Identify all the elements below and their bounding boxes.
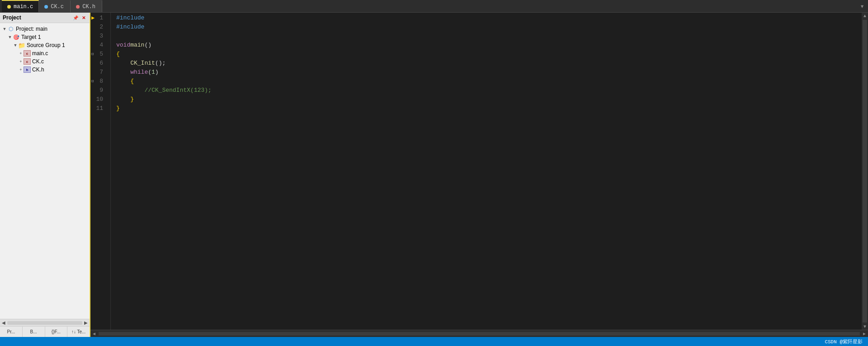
- tree-source-group-label: Source Group 1: [27, 42, 65, 48]
- gutter-line-8: ⊟8: [90, 77, 106, 86]
- hscroll-left-arrow[interactable]: ◀: [90, 330, 98, 337]
- code-lines[interactable]: #include #include void main(){ CK_Init()…: [111, 13, 862, 330]
- sidebar-bottom-tab-2[interactable]: {}F...: [45, 327, 68, 337]
- tree-project-label: Project: main: [16, 26, 47, 32]
- line-number-7: 7: [100, 68, 103, 77]
- tree-target-expand: ▼: [7, 34, 13, 40]
- hscroll-track[interactable]: [99, 332, 860, 336]
- brace: }: [130, 95, 134, 104]
- main-func: main: [130, 41, 144, 50]
- tree-target[interactable]: ▼🎯Target 1: [0, 33, 90, 41]
- vscroll-track[interactable]: [863, 20, 867, 322]
- tree-file-CKc-label: CK.c: [32, 58, 44, 65]
- tree-file-CKh-label: CK.h: [32, 66, 44, 73]
- tree-file-mainc[interactable]: +cmain.c: [0, 49, 90, 57]
- line-number-8: 8: [100, 77, 103, 86]
- code-line-10: }: [116, 95, 862, 104]
- tree-file-mainc-icon: c: [24, 50, 31, 57]
- tree-file-CKc-icon: c: [24, 58, 31, 65]
- tab-CKc[interactable]: CK.c: [39, 0, 71, 12]
- line-number-6: 6: [100, 59, 103, 68]
- tree-target-label: Target 1: [21, 34, 41, 40]
- hscroll-right-arrow[interactable]: ▶: [861, 330, 868, 337]
- status-text: CSDN @紫阡星影: [825, 338, 863, 345]
- gutter-line-11: 11: [90, 104, 106, 113]
- tree-project-icon: ⬡: [7, 26, 14, 32]
- main-layout: Project 📌 ✕ ▼⬡Project: main▼🎯Target 1▼📁S…: [0, 13, 868, 337]
- gutter-line-6: 6: [90, 59, 106, 68]
- tab-dot-CK.c: [44, 5, 48, 9]
- line-number-11: 11: [96, 104, 103, 113]
- tree-source-group-expand: ▼: [13, 43, 18, 48]
- line-number-1: 1: [100, 14, 103, 23]
- tab-dropdown-icon[interactable]: ▾: [860, 2, 868, 11]
- code-line-7: while(1): [116, 68, 862, 77]
- brace: }: [116, 104, 120, 113]
- sidebar-bottom-tab-0[interactable]: Pr...: [0, 327, 23, 337]
- fold-indicator-5[interactable]: ⊟: [91, 50, 94, 59]
- scroll-left-arrow[interactable]: ◀: [1, 320, 6, 325]
- sidebar-bottom-tab-1[interactable]: B...: [23, 327, 45, 337]
- tab-label-CK.c: CK.c: [51, 4, 64, 10]
- comment: //CK_SendIntX(123);: [116, 86, 212, 95]
- sidebar-close-icon[interactable]: ✕: [81, 14, 87, 21]
- vscroll-up-arrow[interactable]: ▲: [862, 13, 868, 19]
- sidebar-bottom-tabs: Pr...B...{}F...↑↓ Te...: [0, 326, 90, 337]
- tab-bar: main.cCK.cCK.h ▾: [0, 0, 868, 13]
- code-line-6: CK_Init();: [116, 59, 862, 68]
- sidebar-bottom-tab-3[interactable]: ↑↓ Te...: [67, 327, 90, 337]
- code-line-2: #include: [116, 23, 862, 32]
- tree-area: ▼⬡Project: main▼🎯Target 1▼📁Source Group …: [0, 23, 90, 319]
- tree-target-icon: 🎯: [13, 34, 20, 40]
- preprocessor-kw: #include: [116, 14, 144, 23]
- line-number-3: 3: [100, 32, 103, 41]
- tree-file-CKh-icon: h: [24, 66, 31, 73]
- gutter-line-5: ⊟5: [90, 50, 106, 59]
- brace: {: [116, 50, 120, 59]
- func-call: CK_Init: [130, 59, 155, 68]
- sidebar-title: Project: [3, 14, 21, 21]
- sidebar: Project 📌 ✕ ▼⬡Project: main▼🎯Target 1▼📁S…: [0, 13, 90, 337]
- tree-source-group[interactable]: ▼📁Source Group 1: [0, 41, 90, 49]
- tree-file-mainc-label: main.c: [32, 50, 48, 57]
- code-container: ▶1234⊟567⊟891011 #include #include void …: [90, 13, 868, 330]
- code-line-5: {: [116, 50, 862, 59]
- tree-file-CKc-expand: +: [18, 59, 24, 64]
- scroll-track[interactable]: [7, 321, 82, 325]
- tab-mainc[interactable]: main.c: [2, 0, 39, 12]
- line-number-5: 5: [100, 50, 103, 59]
- tree-file-CKh[interactable]: +hCK.h: [0, 66, 90, 74]
- tab-label-main.c: main.c: [14, 4, 33, 10]
- tabs-container: main.cCK.cCK.h: [2, 0, 102, 12]
- tree-project[interactable]: ▼⬡Project: main: [0, 25, 90, 33]
- execution-arrow: ▶: [91, 14, 95, 23]
- fold-indicator-8[interactable]: ⊟: [91, 77, 94, 86]
- line-number-2: 2: [100, 23, 103, 32]
- sidebar-header-icons: 📌 ✕: [72, 14, 87, 21]
- vscroll-down-arrow[interactable]: ▼: [862, 323, 868, 330]
- gutter-line-7: 7: [90, 68, 106, 77]
- vertical-scrollbar[interactable]: ▲ ▼: [862, 13, 868, 330]
- scroll-right-arrow[interactable]: ▶: [83, 320, 89, 325]
- line-number-4: 4: [100, 41, 103, 50]
- gutter-line-10: 10: [90, 95, 106, 104]
- sidebar-header: Project 📌 ✕: [0, 13, 90, 23]
- tree-file-CKc[interactable]: +cCK.c: [0, 57, 90, 66]
- gutter-line-9: 9: [90, 86, 106, 95]
- sidebar-pin-icon[interactable]: 📌: [72, 14, 79, 21]
- tree-file-CKh-expand: +: [18, 67, 24, 72]
- void-kw: void: [116, 41, 130, 50]
- tree-file-mainc-expand: +: [18, 51, 24, 56]
- code-line-9: //CK_SendIntX(123);: [116, 86, 862, 95]
- tab-CKh[interactable]: CK.h: [71, 0, 102, 12]
- preprocessor-kw: #include: [116, 23, 144, 32]
- tree-project-expand: ▼: [2, 26, 7, 32]
- gutter-line-4: 4: [90, 41, 106, 50]
- tab-dot-CK.h: [76, 5, 80, 9]
- gutter-line-3: 3: [90, 32, 106, 41]
- while-kw: while: [130, 68, 148, 77]
- tab-dot-main.c: [7, 5, 11, 9]
- tree-source-group-icon: 📁: [18, 42, 25, 48]
- number: 1: [152, 68, 155, 77]
- status-bar: CSDN @紫阡星影: [0, 337, 868, 346]
